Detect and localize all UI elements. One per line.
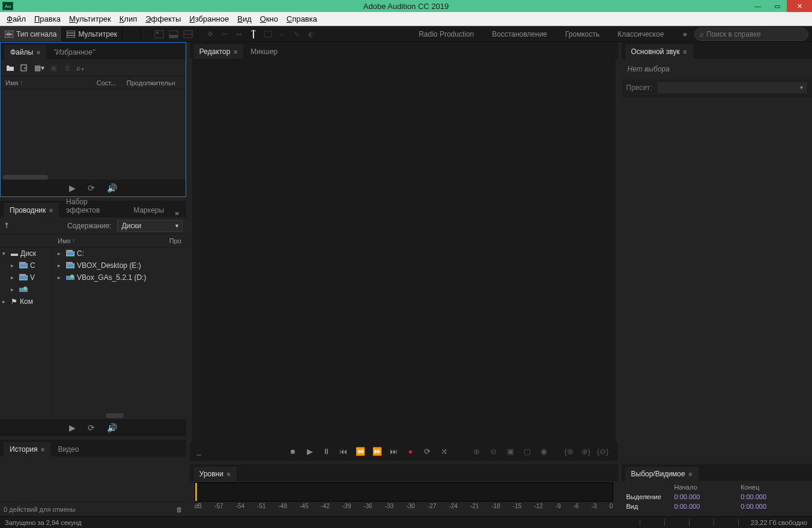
insert-file-icon[interactable]: ▣ [47, 62, 59, 73]
help-search[interactable]: ⌕ [694, 28, 808, 41]
go-to-end-button[interactable]: ⏭ [387, 445, 401, 457]
tab-effects-rack[interactable]: Набор эффектов [60, 195, 126, 217]
files-filter-input[interactable] [87, 63, 178, 72]
panel-menu-icon[interactable]: ≡ [41, 446, 45, 453]
menu-window[interactable]: Окно [256, 13, 282, 25]
zoom-out-button[interactable]: ⊖ [487, 445, 500, 457]
hud-toggle-icon[interactable] [153, 28, 165, 40]
tab-video[interactable]: Видео [52, 442, 85, 457]
explorer-autoplay-button[interactable]: 🔊 [107, 423, 117, 432]
zoom-out-full-button[interactable]: {⊖} [596, 445, 610, 457]
pause-button[interactable]: ⏸ [320, 445, 333, 457]
explorer-loop-button[interactable]: ⟳ [88, 423, 95, 432]
zoom-in-end-button[interactable]: ⊕} [580, 445, 593, 457]
minimize-button[interactable]: — [748, 0, 768, 12]
tree-node-drive-c[interactable]: ▸C [0, 259, 52, 272]
zoom-in-point-button[interactable]: ◉ [538, 445, 551, 457]
files-col-duration[interactable]: Продолжительн [127, 79, 181, 86]
tree-node-composites[interactable]: ▸⚑Ком [0, 296, 52, 308]
tab-editor[interactable]: Редактор≡ [193, 44, 244, 59]
history-list[interactable] [0, 457, 186, 502]
spectral-frequency-icon[interactable] [168, 28, 180, 40]
skip-selection-button[interactable]: ⤭ [438, 445, 451, 457]
menu-effects[interactable]: Эффекты [141, 13, 185, 25]
selection-start-value[interactable]: 0:00.000 [674, 493, 741, 500]
close-button[interactable]: ✕ [787, 0, 812, 12]
tab-essential-sound[interactable]: Основной звук≡ [625, 44, 693, 59]
menu-view[interactable]: Вид [233, 13, 256, 25]
zoom-in-start-button[interactable]: {⊕ [563, 445, 576, 457]
spot-healing-icon[interactable]: ◐ [305, 28, 317, 40]
nav-up-icon[interactable]: ⤒ [4, 222, 16, 230]
level-meter[interactable] [195, 482, 613, 502]
slip-tool-icon[interactable]: ⇔ [233, 28, 245, 40]
zoom-in-button[interactable]: ⊕ [470, 445, 483, 457]
view-start-value[interactable]: 0:00.000 [674, 503, 741, 510]
panel-menu-icon[interactable]: ≡ [234, 49, 237, 55]
selection-end-value[interactable]: 0:00.000 [741, 493, 807, 500]
open-file-icon[interactable] [4, 62, 16, 73]
files-play-button[interactable]: ▶ [69, 183, 76, 193]
spectral-pitch-icon[interactable] [182, 28, 194, 40]
tab-favorites[interactable]: "Избранное" [47, 45, 101, 59]
move-tool-icon[interactable]: ✥ [204, 28, 216, 40]
files-col-name[interactable]: Имя ↑ [5, 79, 97, 86]
tree-node-disks[interactable]: ▾▬Диск [0, 247, 52, 259]
panel-menu-icon[interactable]: ≡ [683, 49, 687, 55]
fast-forward-button[interactable]: ⏩ [371, 445, 384, 457]
explorer-col-name[interactable]: Имя ↑ [58, 237, 169, 244]
menu-file[interactable]: Файл [2, 13, 30, 25]
preset-dropdown[interactable]: ▾ [657, 82, 807, 94]
time-selection-icon[interactable] [247, 28, 259, 40]
lasso-tool-icon[interactable]: ○ [276, 28, 288, 40]
list-item-drive-c[interactable]: ▸C: [53, 247, 186, 259]
panel-menu-icon[interactable]: ≡ [37, 49, 40, 56]
files-col-state[interactable]: Сост... [97, 79, 127, 86]
tree-node-drive-d[interactable]: ▸ [0, 284, 52, 296]
explorer-scrollbar[interactable] [106, 413, 124, 418]
waveform-view-button[interactable]: Тип сигнала [0, 26, 62, 41]
workspace-loudness[interactable]: Громкость [565, 30, 599, 38]
explorer-tree[interactable]: ▾▬Диск ▸C ▸V ▸ ▸⚑Ком [0, 247, 53, 419]
menu-help[interactable]: Справка [282, 13, 321, 25]
multitrack-view-button[interactable]: Мультитрек [62, 26, 122, 41]
play-button[interactable]: ▶ [303, 445, 317, 457]
go-to-start-button[interactable]: ⏮ [337, 445, 350, 457]
tab-files[interactable]: Файлы≡ [4, 45, 46, 59]
tab-mixer[interactable]: Микшер [244, 44, 283, 59]
panel-overflow-button[interactable]: » [171, 209, 183, 217]
workspace-classic[interactable]: Классическое [617, 30, 664, 38]
menu-favorites[interactable]: Избранное [185, 13, 233, 25]
menu-multitrack[interactable]: Мультитрек [65, 13, 115, 25]
menu-edit[interactable]: Правка [30, 13, 65, 25]
list-item-drive-d[interactable]: ▸VBox_GAs_5.2.1 (D:) [53, 272, 186, 284]
clear-history-icon[interactable]: 🗑 [176, 506, 183, 513]
delete-file-icon[interactable]: 🗑 [62, 62, 74, 73]
workspace-radio-production[interactable]: Radio Production [419, 30, 474, 38]
zoom-selection-button[interactable]: ▢ [521, 445, 534, 457]
workspace-more-button[interactable]: » [676, 30, 694, 38]
workspace-restoration[interactable]: Восстановление [492, 30, 547, 38]
stop-button[interactable]: ■ [286, 445, 300, 457]
help-search-input[interactable] [706, 30, 803, 38]
view-end-value[interactable]: 0:00.000 [741, 503, 807, 510]
panel-menu-icon[interactable]: ≡ [49, 207, 53, 214]
tab-explorer[interactable]: Проводник≡ [4, 203, 59, 217]
zoom-full-button[interactable]: ▣ [504, 445, 517, 457]
files-list[interactable] [1, 90, 186, 180]
new-file-icon[interactable]: + [19, 62, 31, 73]
maximize-button[interactable]: ▭ [768, 0, 787, 12]
rewind-button[interactable]: ⏪ [354, 445, 367, 457]
new-multitrack-icon[interactable]: ▦▾ [33, 62, 45, 73]
record-button[interactable]: ● [404, 445, 417, 457]
menu-clip[interactable]: Клип [115, 13, 141, 25]
content-dropdown[interactable]: Диски ▾ [117, 220, 182, 232]
explorer-file-list[interactable]: ▸C: ▸VBOX_Desktop (E:) ▸VBox_GAs_5.2.1 (… [53, 247, 186, 419]
tab-markers[interactable]: Маркеры [127, 203, 170, 217]
razor-tool-icon[interactable]: ✂ [219, 28, 231, 40]
files-autoplay-button[interactable]: 🔊 [107, 183, 117, 193]
tab-selection-view[interactable]: Выбор/Видимое≡ [625, 467, 698, 481]
loop-playback-button[interactable]: ⟳ [421, 445, 434, 457]
explorer-col-duration[interactable]: Про [169, 237, 181, 244]
tree-node-drive-e[interactable]: ▸V [0, 272, 52, 284]
